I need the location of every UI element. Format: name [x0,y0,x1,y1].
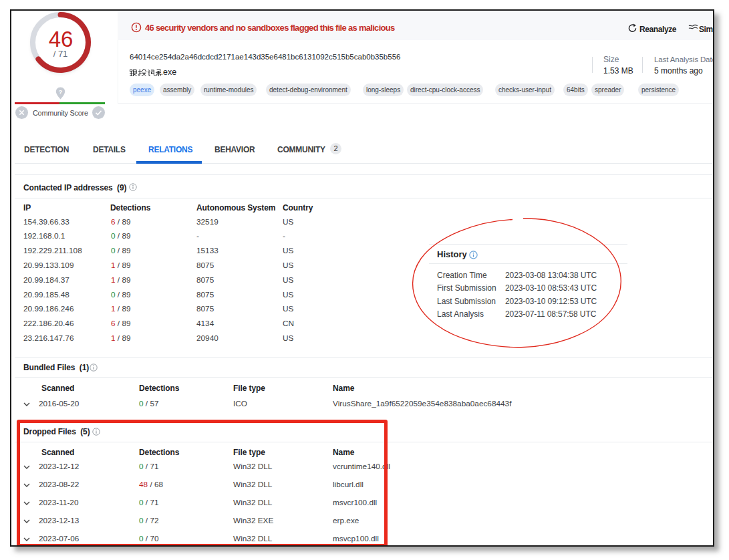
svg-text:?: ? [59,89,63,96]
svg-text:46: 46 [49,27,74,51]
svg-text:/ 71: / 71 [53,49,68,59]
